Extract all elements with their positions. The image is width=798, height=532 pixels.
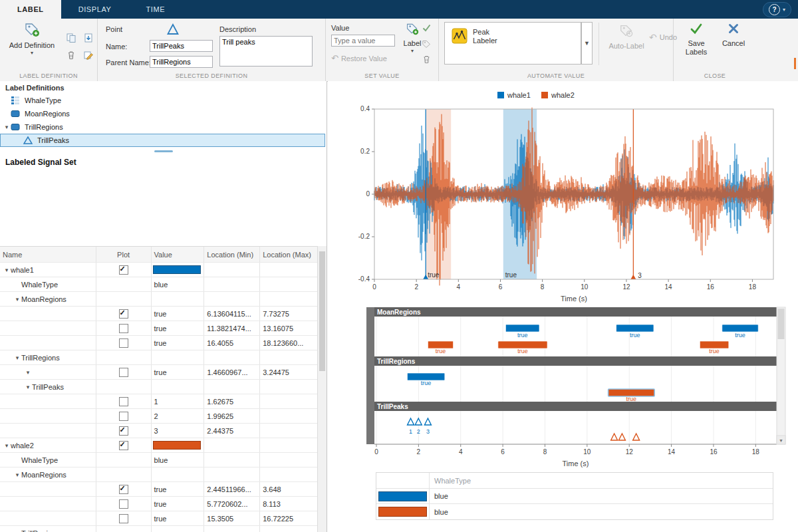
expand-arrow-icon[interactable]: ▾ bbox=[13, 354, 21, 361]
gallery-dropdown-button[interactable]: ▼ bbox=[581, 22, 593, 65]
save-labels-button[interactable]: Save Labels bbox=[678, 21, 715, 68]
signal-color-swatch bbox=[153, 441, 201, 450]
column-header-location-min-[interactable]: Location (Min) bbox=[204, 247, 260, 262]
row-location-max bbox=[260, 467, 317, 481]
row-location-max bbox=[260, 394, 317, 408]
delete-value-button[interactable] bbox=[420, 55, 432, 66]
signal-plot[interactable]: whale1whale23truetrue0.40.20-0.2-0.40246… bbox=[328, 81, 798, 471]
plot-checkbox[interactable] bbox=[119, 265, 128, 275]
auto-label-button[interactable]: Auto-Label bbox=[605, 23, 648, 66]
expand-arrow-icon[interactable]: ▾ bbox=[3, 267, 11, 273]
group-set-value: Value ↶ Restore Value Label ▾ bbox=[326, 19, 439, 81]
signal-set-row[interactable]: 32.44375 bbox=[0, 424, 317, 438]
row-location-min: 2.44375 bbox=[204, 424, 260, 438]
plot-checkbox[interactable] bbox=[119, 441, 128, 450]
definition-item-label: MoanRegions bbox=[25, 110, 70, 118]
ribbon: Add Definition ▾ LABEL DEFINITION Point bbox=[0, 19, 798, 82]
track-region-label: true bbox=[630, 332, 640, 338]
help-button[interactable]: ? ▾ bbox=[763, 2, 791, 17]
signal-set-row[interactable]: ▾true1.4660967...3.24475 bbox=[0, 365, 317, 380]
description-input[interactable]: Trill peaks bbox=[219, 36, 313, 66]
name-label: Name: bbox=[106, 43, 127, 51]
row-value: blue bbox=[154, 456, 168, 464]
definition-item-moanregions[interactable]: MoanRegions bbox=[0, 107, 325, 120]
row-location-max: 3.648 bbox=[260, 482, 317, 496]
edit-definition-button[interactable] bbox=[81, 49, 96, 64]
plot-checkbox[interactable] bbox=[119, 324, 128, 333]
svg-text:6: 6 bbox=[499, 283, 503, 291]
tab-display[interactable]: DISPLAY bbox=[61, 0, 129, 19]
plot-checkbox[interactable] bbox=[119, 499, 128, 509]
scrollbar-thumb[interactable] bbox=[319, 251, 325, 371]
expand-arrow-icon[interactable]: ▾ bbox=[13, 530, 21, 532]
definition-item-trillpeaks[interactable]: TrillPeaks bbox=[0, 134, 325, 147]
region-value-label: true bbox=[428, 271, 440, 279]
expand-arrow-icon[interactable]: ▾ bbox=[13, 296, 21, 303]
parent-name-input[interactable] bbox=[150, 56, 213, 68]
row-value: true bbox=[154, 485, 167, 493]
signal-set-row[interactable]: true6.13604115...7.73275 bbox=[0, 307, 317, 321]
plot-checkbox[interactable] bbox=[119, 514, 128, 523]
expand-arrow-icon[interactable]: ▾ bbox=[3, 124, 11, 130]
expand-arrow-icon[interactable]: ▾ bbox=[24, 369, 32, 376]
signal-set-row[interactable]: ▾TrillRegions bbox=[0, 526, 317, 532]
plot-checkbox[interactable] bbox=[119, 397, 128, 406]
expand-arrow-icon[interactable]: ▾ bbox=[24, 384, 32, 390]
definition-item-trillregions[interactable]: ▾TrillRegions bbox=[0, 120, 325, 134]
plot-checkbox[interactable] bbox=[119, 412, 128, 421]
signal-set-row[interactable]: ▾TrillPeaks bbox=[0, 380, 317, 394]
svg-text:4: 4 bbox=[459, 448, 463, 456]
definition-item-whaletype[interactable]: WhaleType bbox=[0, 94, 325, 107]
expand-arrow-icon[interactable]: ▾ bbox=[13, 471, 21, 478]
chevron-down-icon: ▼ bbox=[584, 40, 590, 47]
column-header-location-max-[interactable]: Location (Max) bbox=[260, 247, 317, 262]
peak-labeler-item[interactable]: Peak Labeler bbox=[445, 23, 517, 64]
delete-definition-button[interactable] bbox=[64, 49, 78, 64]
tab-time[interactable]: TIME bbox=[129, 0, 183, 19]
signal-set-row[interactable]: ▾TrillRegions bbox=[0, 350, 317, 365]
signal-set-row[interactable]: ▾whale1 bbox=[0, 263, 317, 277]
signal-set-row[interactable]: true2.44511966...3.648 bbox=[0, 482, 317, 497]
restore-value-button[interactable]: ↶ Restore Value bbox=[331, 53, 387, 63]
plot-checkbox[interactable] bbox=[119, 485, 128, 494]
value-input[interactable] bbox=[331, 35, 395, 47]
whaletype-value: blue bbox=[430, 508, 773, 516]
value-tag-button[interactable] bbox=[420, 39, 432, 51]
signal-set-row[interactable]: ▾MoanRegions bbox=[0, 292, 317, 307]
signal-set-row[interactable]: WhaleTypeblue bbox=[0, 453, 317, 467]
table-scrollbar[interactable] bbox=[317, 246, 327, 532]
name-input[interactable] bbox=[150, 40, 213, 52]
group-close: Save Labels Cancel CLOSE bbox=[674, 19, 756, 81]
plot-checkbox[interactable] bbox=[119, 426, 128, 436]
signal-set-row[interactable]: 21.99625 bbox=[0, 409, 317, 424]
tab-label[interactable]: LABEL bbox=[0, 0, 61, 19]
cancel-x-icon bbox=[727, 22, 740, 38]
signal-set-row[interactable]: true5.7720602...8.113 bbox=[0, 497, 317, 511]
signal-set-row[interactable]: true16.405518.123660... bbox=[0, 336, 317, 350]
panel-splitter[interactable] bbox=[0, 147, 327, 155]
signal-set-row[interactable]: true11.3821474...13.16075 bbox=[0, 321, 317, 336]
export-icon bbox=[83, 33, 94, 46]
expand-arrow-icon[interactable]: ▾ bbox=[3, 442, 11, 449]
whaletype-row[interactable]: blue bbox=[376, 504, 773, 519]
column-header-value[interactable]: Value bbox=[152, 247, 205, 262]
column-header-name[interactable]: Name bbox=[0, 247, 96, 262]
apply-value-button[interactable] bbox=[420, 23, 432, 35]
signal-set-row[interactable]: true15.350516.72225 bbox=[0, 511, 317, 526]
add-definition-button[interactable]: Add Definition ▾ bbox=[3, 21, 61, 68]
plot-checkbox[interactable] bbox=[119, 309, 128, 319]
row-value: 3 bbox=[154, 427, 158, 435]
signal-set-row[interactable]: ▾whale2 bbox=[0, 438, 317, 453]
whaletype-row[interactable]: blue bbox=[376, 489, 773, 504]
cancel-button[interactable]: Cancel bbox=[715, 21, 752, 68]
signal-set-row[interactable]: 11.62675 bbox=[0, 394, 317, 409]
signal-set-row[interactable]: ▾MoanRegions bbox=[0, 467, 317, 482]
undo-button[interactable]: ↶ Undo bbox=[649, 32, 677, 43]
export-definition-button[interactable] bbox=[81, 32, 96, 47]
signal-set-row[interactable]: WhaleTypeblue bbox=[0, 277, 317, 292]
column-header-plot[interactable]: Plot bbox=[96, 247, 152, 262]
plot-checkbox[interactable] bbox=[119, 368, 128, 377]
plot-checkbox[interactable] bbox=[119, 338, 128, 348]
row-location-max: 13.16075 bbox=[260, 321, 317, 335]
duplicate-definition-button[interactable] bbox=[64, 32, 78, 47]
